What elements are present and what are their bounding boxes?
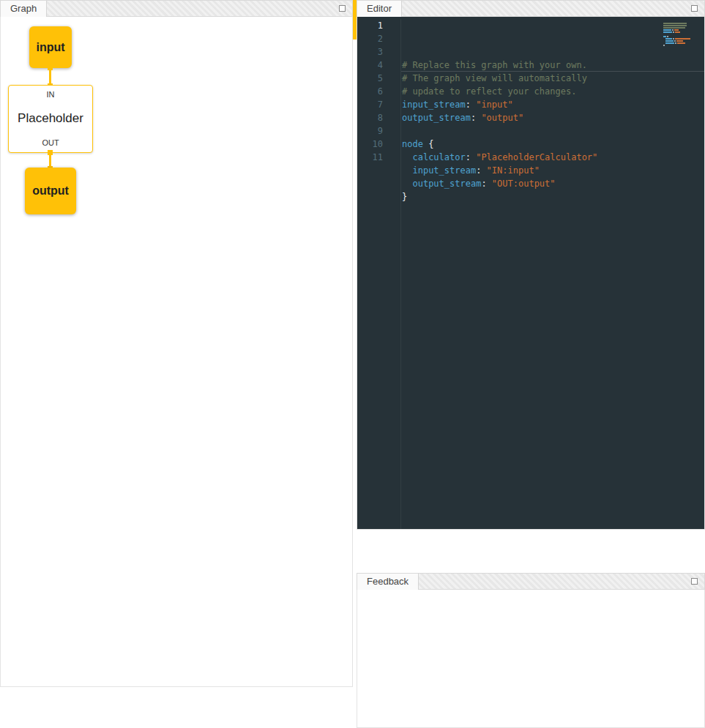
node-output[interactable]: output (25, 168, 76, 214)
line-number: 5 (357, 72, 383, 85)
node-placeholder-title: Placeholder (18, 111, 83, 126)
line-number: 7 (357, 98, 383, 111)
editor-panel: Editor 1234567891011 # Replace this grap… (357, 0, 705, 530)
code-line[interactable]: input_stream: "IN:input" (401, 164, 704, 177)
graph-tabstrip: Graph (0, 0, 353, 17)
feedback-body (357, 590, 705, 728)
editor-surface[interactable]: 1234567891011 # Replace this graph with … (357, 17, 705, 530)
line-number: 1 (357, 19, 383, 32)
line-number: 3 (357, 45, 383, 59)
tab-graph[interactable]: Graph (1, 1, 47, 17)
code-line[interactable]: # The graph view will automatically (401, 72, 704, 85)
node-output-label: output (32, 184, 69, 198)
code-line[interactable]: calculator: "PlaceholderCalculator" (401, 151, 704, 164)
line-number: 9 (357, 124, 383, 138)
in-port-label: IN (47, 90, 55, 99)
code-line[interactable]: } (401, 190, 704, 203)
node-input-label: input (36, 41, 64, 54)
out-port-label: OUT (42, 138, 59, 147)
code-line[interactable]: output_stream: "OUT:output" (401, 177, 704, 190)
line-number: 10 (357, 138, 383, 151)
code-line[interactable] (401, 124, 704, 138)
code-line[interactable]: input_stream: "input" (401, 98, 704, 111)
code-line[interactable]: output_stream: "output" (401, 111, 704, 124)
line-number: 11 (357, 151, 383, 164)
graph-maximize-icon[interactable] (339, 5, 346, 12)
graph-canvas[interactable]: input IN Placeholder OUT output (0, 17, 353, 687)
editor-minimap[interactable] (663, 23, 694, 47)
node-placeholder[interactable]: IN Placeholder OUT (8, 85, 93, 153)
tab-editor[interactable]: Editor (357, 1, 402, 17)
feedback-panel: Feedback (357, 573, 705, 728)
feedback-tabstrip: Feedback (357, 573, 705, 590)
editor-gutter: 1234567891011 (357, 19, 401, 529)
graph-panel: Graph input IN Placeholder OUT output (0, 0, 353, 687)
line-number: 2 (357, 32, 383, 45)
editor-tabstrip: Editor (357, 0, 705, 17)
tab-feedback[interactable]: Feedback (357, 574, 419, 590)
line-number: 8 (357, 111, 383, 124)
line-number: 4 (357, 59, 383, 72)
line-number: 6 (357, 85, 383, 98)
code-line[interactable]: # update to reflect your changes. (401, 85, 704, 98)
code-line[interactable]: # Replace this graph with your own. (401, 59, 704, 72)
feedback-maximize-icon[interactable] (691, 578, 698, 585)
code-line[interactable]: node { (401, 138, 704, 151)
editor-maximize-icon[interactable] (691, 5, 698, 12)
node-input[interactable]: input (29, 26, 72, 68)
editor-code[interactable]: # Replace this graph with your own.# The… (401, 19, 704, 529)
